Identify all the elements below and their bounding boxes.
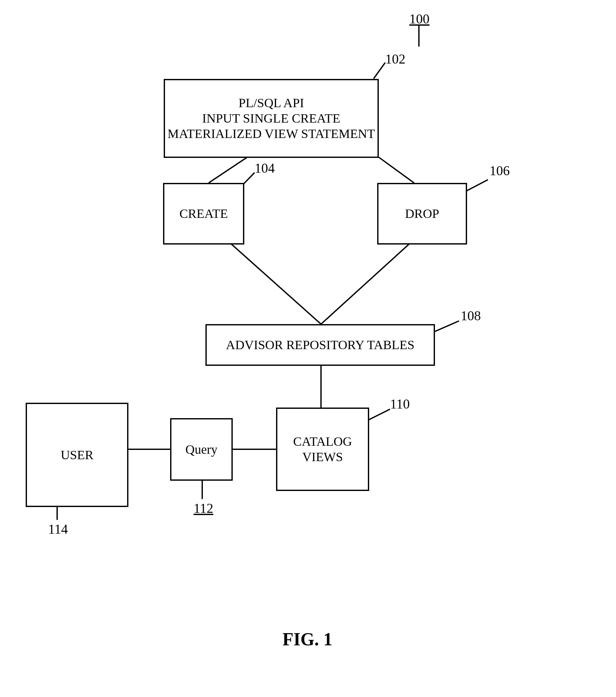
advisor-label: ADVISOR REPOSITORY TABLES <box>226 337 414 353</box>
svg-line-7 <box>373 63 385 79</box>
catalog-label: CATALOG VIEWS <box>293 434 352 465</box>
ref-102: 102 <box>385 51 406 67</box>
advisor-box: ADVISOR REPOSITORY TABLES <box>205 324 435 366</box>
figure-caption: FIG. 1 <box>282 629 333 650</box>
drop-box: DROP <box>377 183 467 244</box>
user-label: USER <box>61 447 93 463</box>
api-box: PL/SQL API INPUT SINGLE CREATE MATERIALI… <box>164 79 379 158</box>
svg-line-2 <box>231 244 321 324</box>
api-line2: INPUT SINGLE CREATE <box>202 111 340 126</box>
ref-112: 112 <box>193 501 213 516</box>
svg-line-1 <box>379 157 414 183</box>
catalog-box: CATALOG VIEWS <box>276 407 369 491</box>
ref-114: 114 <box>48 521 68 537</box>
svg-line-11 <box>434 321 459 332</box>
svg-line-12 <box>368 409 390 420</box>
svg-line-10 <box>466 180 488 191</box>
ref-106: 106 <box>489 163 510 178</box>
drop-label: DROP <box>405 206 439 221</box>
ref-108: 108 <box>461 308 481 324</box>
svg-line-9 <box>244 173 254 183</box>
create-box: CREATE <box>163 183 244 244</box>
ref-100: 100 <box>409 11 429 27</box>
create-label: CREATE <box>179 206 228 221</box>
svg-line-0 <box>209 157 247 183</box>
diagram-canvas: PL/SQL API INPUT SINGLE CREATE MATERIALI… <box>0 0 616 697</box>
query-box: Query <box>170 418 233 481</box>
ref-110: 110 <box>390 396 410 412</box>
svg-line-3 <box>321 244 409 324</box>
api-line3: MATERIALIZED VIEW STATEMENT <box>167 126 375 142</box>
api-line1: PL/SQL API <box>238 95 304 111</box>
query-label: Query <box>186 442 218 457</box>
ref-104: 104 <box>254 161 275 176</box>
user-box: USER <box>26 403 128 507</box>
